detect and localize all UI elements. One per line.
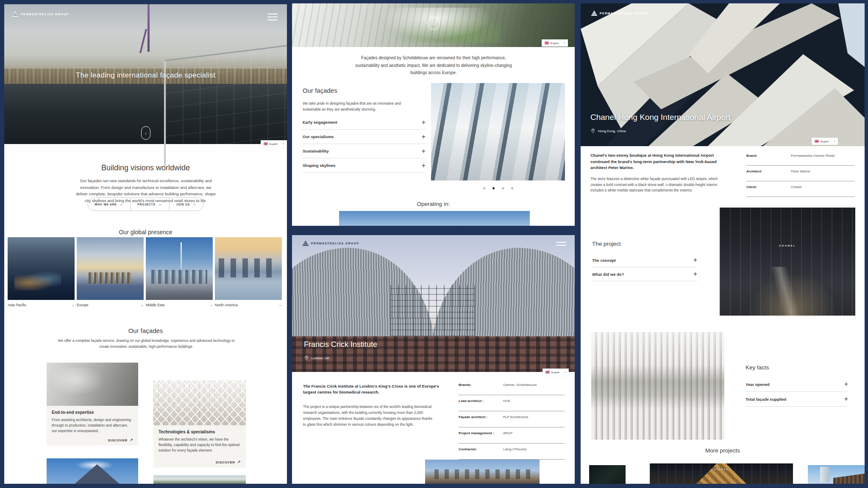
chanel-store-sign: CHANEL	[720, 244, 855, 247]
photo-chanel-store-interior: CHANEL	[720, 208, 855, 316]
logo-triangle-icon	[12, 11, 19, 17]
card-technologies-specialisms: Technologies & specialisms Whatever the …	[153, 425, 246, 468]
chanel-project-page-screenshot: PERMASTEELISA GROUP Chanel Hong Kong Int…	[581, 3, 865, 484]
fact-row-client: Client:Chanel	[746, 181, 855, 197]
location-pin-icon	[590, 128, 595, 133]
sch-facades-body: We take pride in designing façades that …	[303, 101, 414, 112]
arrow-up-right-icon: ↗	[130, 438, 133, 442]
language-selector[interactable]: English ›	[542, 369, 569, 376]
uk-flag-icon	[545, 42, 549, 44]
language-selector[interactable]: English ›	[812, 138, 838, 145]
operating-region-photo	[339, 211, 530, 226]
home-hero-title: The leading international façade special…	[4, 71, 287, 80]
photo-city-buildings	[425, 460, 540, 484]
card-title: End-to-end expertise	[52, 410, 133, 415]
location-row: London, UK	[304, 355, 329, 360]
join-us-button[interactable]: JOIN US→	[169, 198, 203, 211]
region-link-middle-east[interactable]: Middle East→	[146, 302, 213, 307]
location-pin-icon	[304, 355, 309, 360]
accordion-item-what-did-we-do[interactable]: What did we do?+	[592, 267, 697, 281]
scroll-down-button[interactable]: ↓	[141, 126, 150, 140]
accordion-item-year-opened[interactable]: Year opened+	[746, 377, 848, 392]
card-title: Technologies & specialisms	[159, 430, 241, 434]
arrow-right-icon: →	[278, 302, 282, 307]
photo-white-fluted-facade	[591, 332, 724, 440]
photo-north-america[interactable]	[215, 237, 282, 300]
carousel-dot[interactable]	[502, 187, 504, 189]
region-link-europe[interactable]: Europe→	[77, 302, 144, 307]
permasteelisa-logo[interactable]: PERMASTEELISA GROUP	[12, 11, 69, 17]
chanel-body: The store features a distinctive white f…	[590, 176, 726, 194]
arrow-right-icon: →	[120, 202, 124, 206]
facades-accordion: Early engagement+ Our specialisms+ Susta…	[303, 115, 426, 173]
language-label: English	[551, 371, 560, 374]
accordion-item-shaping-skylines[interactable]: Shaping skylines+	[303, 158, 426, 173]
scheldebouw-intro: Façades designed by Scheldebouw are reno…	[352, 54, 515, 77]
uk-flag-icon	[815, 140, 819, 143]
permasteelisa-logo[interactable]: PERMASTEELISA GROUP	[591, 10, 648, 16]
operating-in-title: Operating in:	[292, 201, 575, 207]
photo-project-hermes-store[interactable]: HERMES	[650, 463, 793, 484]
home-facades-body: We offer a complete façade service, draw…	[55, 338, 237, 349]
card-body: From assisting architects, design and en…	[52, 417, 133, 434]
chevron-right-icon: ›	[565, 370, 566, 374]
accordion-item-total-facade-supplied[interactable]: Total façade supplied+	[746, 392, 848, 407]
logo-triangle-icon	[591, 10, 598, 16]
fact-row-brand: Brand:Permasteelisa Gartner Retail	[746, 150, 855, 166]
card-end-to-end-expertise: End-to-end expertise From assisting arch…	[47, 406, 138, 446]
chevron-right-icon: ›	[834, 139, 835, 143]
menu-icon[interactable]	[267, 14, 278, 20]
photo-project-glass-tower[interactable]	[808, 465, 865, 484]
photo-mountain-facade	[47, 458, 138, 484]
language-selector[interactable]: English ›	[261, 140, 287, 147]
fact-row-lead-architect: Lead architect :HOK	[459, 395, 565, 411]
projects-button[interactable]: PROJECTS→	[130, 198, 169, 211]
chanel-title: Chanel Hong Kong International Airport	[590, 113, 731, 122]
accordion-item-the-concept[interactable]: The concept+	[592, 253, 697, 267]
language-label: English	[270, 143, 278, 145]
region-link-north-america[interactable]: North America→	[215, 302, 282, 307]
plus-icon: +	[422, 119, 426, 126]
carousel-dot[interactable]	[511, 187, 513, 189]
logo-text: PERMASTEELISA GROUP	[600, 12, 648, 15]
uk-flag-icon	[545, 371, 550, 374]
glass-facade-panel	[164, 43, 287, 166]
global-presence-title: Our global presence	[4, 229, 287, 236]
language-selector[interactable]: English ›	[542, 39, 568, 47]
sch-facades-title: Our façades	[303, 87, 337, 94]
accordion-item-our-specialisms[interactable]: Our specialisms+	[303, 130, 426, 144]
permasteelisa-logo[interactable]: PERMASTEELISA GROUP	[302, 240, 359, 246]
logo-triangle-icon	[302, 240, 309, 246]
discover-link[interactable]: DISCOVER↗	[108, 438, 133, 442]
photo-asia-pacific[interactable]	[8, 237, 75, 300]
discover-link[interactable]: DISCOVER↗	[216, 460, 241, 464]
plus-icon: +	[844, 396, 848, 402]
accordion-item-sustainability[interactable]: Sustainability+	[303, 144, 426, 158]
accordion-item-early-engagement[interactable]: Early engagement+	[303, 115, 426, 130]
menu-icon[interactable]	[556, 242, 566, 246]
chevron-right-icon: ›	[283, 142, 284, 146]
home-page-screenshot: PERMASTEELISA GROUP The leading internat…	[4, 4, 287, 484]
visions-title: Building visions worldwide	[4, 164, 287, 172]
photo-project-dark-facade[interactable]	[589, 465, 626, 484]
card-body: Whatever the architect's vision, we have…	[159, 437, 241, 454]
who-we-are-button[interactable]: WHO WE ARE→	[88, 198, 130, 211]
plus-icon: +	[422, 162, 426, 169]
abstract-facade-panels	[581, 3, 865, 146]
more-projects-title: More projects	[581, 447, 865, 454]
region-link-asia-pacific[interactable]: Asia Pacific→	[8, 302, 75, 307]
crane-strap	[147, 4, 150, 52]
fact-row-brands: Brands:Gartner, Scheldebouw	[459, 379, 565, 395]
photo-europe[interactable]	[77, 237, 144, 300]
carousel-dot[interactable]	[483, 187, 485, 189]
arrow-right-icon: →	[70, 302, 75, 307]
plus-icon: +	[693, 271, 697, 277]
carousel-dot-active[interactable]	[492, 187, 495, 189]
arrow-right-icon: →	[192, 202, 197, 206]
language-label: English	[821, 140, 829, 143]
photo-middle-east[interactable]	[146, 237, 213, 300]
scroll-down-button[interactable]: ↓	[427, 17, 440, 30]
crick-body: The project is a unique partnership betw…	[303, 404, 434, 427]
home-facades-title: Our façades	[4, 327, 287, 334]
scheldebouw-page-screenshot: ↓ English › Façades designed by Scheldeb…	[292, 3, 575, 226]
